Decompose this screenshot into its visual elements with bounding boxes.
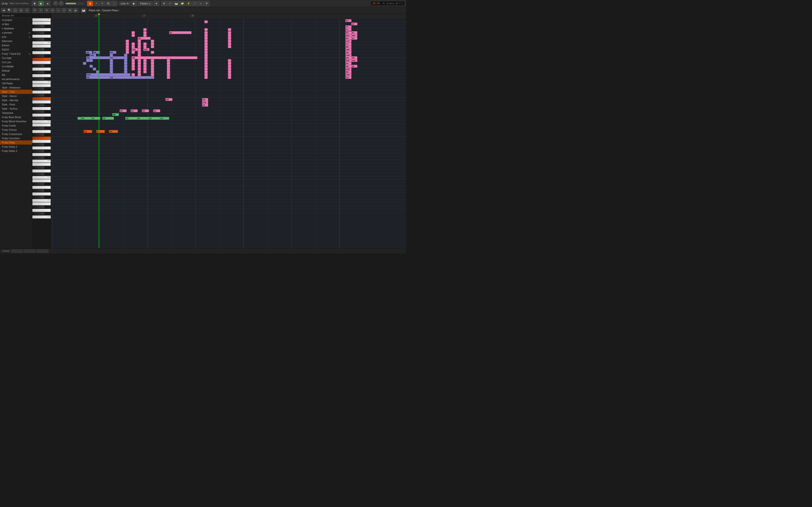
note-fs6[interactable] [138,59,141,62]
note-e6[interactable] [167,65,170,68]
play-forward-button[interactable]: ▶ [131,1,137,6]
note-g6[interactable]: G6 [345,56,352,59]
note-c7[interactable] [138,43,141,45]
piano-key-F#6[interactable] [33,38,44,41]
note-b6[interactable] [138,45,141,48]
record-button[interactable]: ● [45,1,51,6]
note-e6[interactable] [204,65,208,68]
note-d7[interactable]: D7 [138,37,151,40]
piano-key-A5[interactable] [33,68,51,71]
note-a4[interactable]: A4 [96,130,105,133]
piano-key-A#4[interactable] [33,104,44,107]
pitch-knob[interactable] [59,1,64,6]
piano-key-B6[interactable] [33,21,51,25]
sidebar-item-19[interactable]: Style - Hip-hop [0,98,32,102]
piano-roll[interactable]: 26 27 28 E7D7A#6A#6G6G7G7F7F7E7E7D#7D#7D… [52,14,406,248]
piano-key-A3[interactable] [33,147,51,150]
note-d7[interactable] [204,37,208,40]
note-e6[interactable] [138,65,141,68]
piano-key-C4[interactable]: C4 [33,136,51,139]
note-c6[interactable]: C6 [110,76,153,79]
piano-roll-expand[interactable]: › [119,9,120,12]
sidebar-item-9[interactable]: Cut High [0,56,32,60]
piano-key-B5[interactable] [33,61,51,64]
note-cs6[interactable] [228,73,231,76]
note-d7[interactable] [228,37,231,40]
note-a4[interactable]: A4 [84,130,92,133]
note-fs5[interactable]: F#5 [202,101,208,104]
undo-button[interactable]: ↩ [24,8,30,13]
note-f6[interactable] [204,62,208,65]
note-c6[interactable] [167,76,170,79]
note-c6[interactable] [228,76,231,79]
note-c5[interactable]: C5 [148,117,160,120]
sidebar-item-30[interactable]: Fruity Delay 2 [0,145,32,149]
note-f6[interactable] [228,62,231,65]
note-c5[interactable] [78,117,81,120]
sidebar-item-0[interactable]: nt project [0,18,32,22]
note-e6[interactable] [143,65,147,68]
note-c7[interactable] [126,43,129,45]
note-e6[interactable] [110,65,113,68]
note-c7[interactable] [151,43,154,45]
delete-tool[interactable]: ✕ [44,8,49,13]
sidebar-item-26[interactable]: Fruity Chorus [0,128,32,132]
piano-key-F4[interactable]: F4 [33,120,51,123]
note-f6[interactable] [83,62,86,65]
note-ds7[interactable] [132,34,135,37]
add-pattern-button[interactable]: + [154,1,159,6]
progress-bar[interactable] [65,3,84,4]
play-button[interactable]: ▶ [38,1,44,6]
piano-key-F2[interactable]: F2 [33,199,51,202]
piano-keyboard[interactable]: // Will be drawn via JS below C7F6C6F5C5… [33,14,52,248]
piano-key-E2[interactable] [33,202,51,205]
note-as6[interactable] [126,48,129,51]
note-g7[interactable]: G7 [345,19,352,22]
piano-key-D6[interactable] [33,51,51,54]
tempo-knob[interactable] [53,1,58,6]
note-e7[interactable] [132,31,135,34]
piano-key-D2[interactable] [33,209,51,212]
sidebar-item-23[interactable]: Fruity Bass Boost [0,115,32,119]
note-f5[interactable]: F5 [202,104,208,107]
piano-icon[interactable]: 🎹 [81,8,86,13]
sidebar-item-25[interactable]: Fruity Center [0,123,32,128]
piano-key-E3[interactable] [33,163,51,166]
piano-key-A4[interactable] [33,107,51,110]
note-a4[interactable]: A4 [109,130,118,133]
note-b6[interactable]: B6 [345,45,352,48]
note-b6[interactable] [151,45,154,48]
note-ds6[interactable] [138,68,141,70]
piano-key-A#5[interactable] [33,64,44,67]
sidebar-item-7[interactable]: EQUO [0,47,32,52]
piano-key-C6[interactable]: C6 [33,58,51,61]
note-cs7[interactable] [151,40,154,43]
control-knob-2[interactable] [24,249,36,253]
piano-key-G#3[interactable] [33,150,44,153]
note-fs6[interactable] [143,59,147,62]
auto-button[interactable]: ∿ [198,1,203,6]
note-fs6[interactable] [86,59,90,62]
note-f7[interactable]: F7 [345,25,352,28]
note-cs7[interactable]: C#7 [345,40,352,43]
note-e7[interactable] [143,31,147,34]
note-c5[interactable]: C5 [125,117,137,120]
note-d6[interactable] [228,70,231,73]
note-b6[interactable] [143,45,147,48]
piano-key-G4[interactable] [33,114,51,117]
note-cs7[interactable] [126,40,129,43]
note-f6[interactable] [132,62,135,65]
note-e6[interactable] [90,65,93,68]
piano-key-G#5[interactable] [33,71,44,74]
playlist-button[interactable]: ≡ [167,1,173,6]
note-fs6[interactable]: F#6 [345,59,352,62]
note-as6[interactable] [204,48,208,51]
piano-key-F#3[interactable] [33,156,44,159]
piano-key-A#3[interactable] [33,143,44,146]
note-g6[interactable]: G6 [110,56,124,59]
note-ds6[interactable] [93,68,96,70]
note-f7[interactable]: F7 [345,28,352,31]
cursor-button[interactable]: ↗ [93,1,99,6]
note-ds7[interactable] [204,34,208,37]
note-b6[interactable] [132,45,135,48]
